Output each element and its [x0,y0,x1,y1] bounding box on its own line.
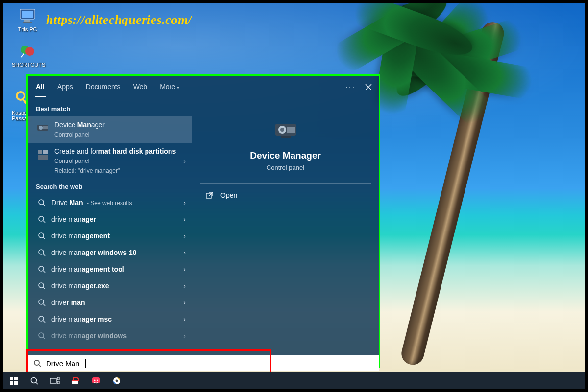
search-icon [38,265,46,273]
taskbar-search-icon[interactable] [24,372,44,389]
svg-rect-41 [92,377,100,383]
search-tab-documents[interactable]: Documents [85,77,122,97]
chevron-right-icon[interactable]: › [183,215,186,223]
web-result-8[interactable]: drive manager windows› [28,327,192,344]
desktop-icon-label: This PC [12,26,43,32]
taskbar-app-chat[interactable] [86,372,106,389]
svg-point-45 [116,380,118,382]
this-pc-icon [18,6,37,25]
web-result-6[interactable]: driver man› [28,294,192,311]
svg-point-23 [39,333,44,338]
web-result-text: drive manager windows [51,332,127,340]
web-result-text: drive manager windows 10 [51,249,137,256]
taskbar-app-media[interactable] [107,372,126,389]
desktop-icon-shortcuts[interactable]: SHORTCUTS [12,41,43,68]
web-result-text: drive management [51,232,110,240]
svg-point-26 [280,128,284,132]
svg-point-35 [31,378,37,383]
close-icon[interactable] [365,84,372,91]
search-icon [38,199,46,207]
search-icon [38,315,46,323]
chevron-right-icon[interactable]: › [183,199,186,207]
more-options-icon[interactable]: ··· [346,83,355,92]
svg-rect-34 [14,381,18,385]
web-result-1[interactable]: drive manager› [28,211,192,228]
open-icon [206,191,214,199]
search-icon [38,282,46,290]
svg-rect-3 [23,22,32,23]
web-result-4[interactable]: drive management tool› [28,261,192,277]
search-tabs-bar: All Apps Documents Web More ··· [28,76,379,98]
task-view-icon[interactable] [45,372,65,389]
text-caret [85,359,86,368]
search-tab-all[interactable]: All [35,77,46,97]
result-related: Related: "drive manager" [54,166,185,175]
search-icon [33,359,41,367]
svg-rect-12 [38,150,42,154]
svg-point-22 [39,316,44,321]
svg-point-19 [39,266,44,271]
chevron-right-icon[interactable]: › [183,299,186,306]
svg-point-10 [39,126,43,130]
search-tab-web[interactable]: Web [132,77,148,97]
result-title: Create and format hard disk partitions [54,147,176,155]
search-tab-apps[interactable]: Apps [56,77,74,97]
web-result-text: drive management tool [51,265,124,273]
preview-title: Device Manager [202,150,369,161]
chevron-right-icon[interactable]: › [183,332,186,340]
svg-point-20 [39,283,44,288]
svg-point-17 [39,233,44,238]
result-device-manager[interactable]: Device Manager Control panel [28,116,192,143]
result-subtitle: Control panel [54,130,185,139]
svg-point-15 [39,200,44,205]
start-search-input[interactable]: Drive Man [28,355,379,371]
watermark-text: https://alltechqueries.com/ [46,13,192,27]
svg-point-18 [39,250,44,254]
search-web-heading: Search the web [28,179,192,194]
web-result-text: drive manager.exe [51,282,109,290]
svg-rect-33 [10,381,13,385]
start-button[interactable] [4,372,24,389]
taskbar-app-paint[interactable] [66,372,85,389]
chevron-right-icon[interactable]: › [183,157,186,165]
web-result-text: drive manager [51,215,96,223]
svg-rect-32 [14,377,18,380]
web-result-7[interactable]: drive manager msc› [28,311,192,327]
search-icon [38,232,46,240]
web-result-3[interactable]: drive manager windows 10› [28,244,192,261]
svg-rect-31 [10,377,13,380]
chevron-right-icon[interactable]: › [183,282,186,290]
partition-icon [36,148,49,161]
search-results-list: Best match Device Manager Control panel [28,98,192,367]
preview-action-open[interactable]: Open [192,184,379,207]
preview-subtitle: Control panel [202,164,369,171]
chevron-right-icon[interactable]: › [183,315,186,323]
search-preview-pane: Device Manager Control panel Open [192,98,379,367]
desktop-icon-this-pc[interactable]: This PC [12,6,43,32]
web-result-2[interactable]: drive management› [28,228,192,244]
svg-rect-27 [287,127,295,133]
svg-rect-37 [57,377,59,380]
result-disk-partitions[interactable]: Create and format hard disk partitions C… [28,143,192,179]
preview-action-label: Open [220,191,237,199]
web-result-text: Drive Man - See web results [51,199,132,207]
svg-point-42 [94,379,95,381]
taskbar [3,372,585,389]
svg-point-16 [39,216,44,221]
svg-point-43 [97,379,98,381]
chevron-right-icon[interactable]: › [183,249,186,256]
chevron-right-icon[interactable]: › [183,265,186,273]
search-input-value: Drive Man [46,359,79,368]
svg-rect-29 [206,193,211,198]
web-result-0[interactable]: Drive Man - See web results› [28,194,192,211]
best-match-heading: Best match [28,101,192,116]
web-result-text: drive manager msc [51,315,112,323]
search-tab-more[interactable]: More [159,77,180,97]
svg-rect-14 [38,155,48,160]
svg-point-21 [39,300,44,304]
chevron-right-icon[interactable]: › [183,232,186,240]
svg-rect-38 [57,381,59,384]
device-manager-large-icon [272,117,299,143]
web-result-5[interactable]: drive manager.exe› [28,277,192,294]
device-manager-icon [36,121,49,135]
